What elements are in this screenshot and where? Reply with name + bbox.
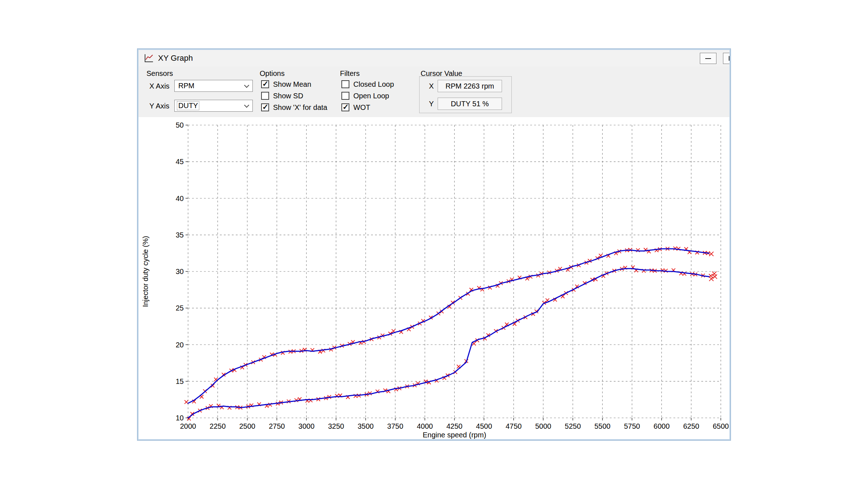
cursor-y-value[interactable]: DUTY 51 % bbox=[438, 98, 502, 110]
minimize-button[interactable] bbox=[700, 53, 716, 64]
checkbox-icon bbox=[341, 103, 349, 111]
checkbox-label: Show SD bbox=[273, 92, 303, 100]
checkbox-label: Show 'X' for data bbox=[273, 103, 327, 112]
x-axis-label: X Axis bbox=[149, 82, 170, 90]
checkbox-label: Closed Loop bbox=[353, 80, 394, 89]
cursor-x-label: X bbox=[429, 82, 434, 90]
svg-text:40: 40 bbox=[176, 194, 184, 202]
y-axis-title: Injector duty cycle (%) bbox=[141, 236, 149, 307]
svg-text:4750: 4750 bbox=[506, 422, 522, 430]
svg-text:2250: 2250 bbox=[210, 422, 226, 430]
svg-text:6250: 6250 bbox=[683, 422, 699, 430]
checkbox-icon bbox=[341, 92, 349, 100]
x-axis-title: Engine speed (rpm) bbox=[423, 431, 486, 439]
desktop: XY Graph Sensors X Axis RPM Y Axis DUTY … bbox=[0, 0, 868, 488]
show-sd-checkbox[interactable]: Show SD bbox=[261, 91, 303, 100]
data-markers bbox=[184, 247, 717, 420]
svg-text:3750: 3750 bbox=[387, 422, 404, 430]
cursor-x-value[interactable]: RPM 2263 rpm bbox=[438, 80, 502, 92]
minimize-icon bbox=[705, 58, 711, 59]
y-axis-label: Y Axis bbox=[149, 102, 169, 110]
maximize-button[interactable] bbox=[723, 53, 731, 64]
closed-loop-checkbox[interactable]: Closed Loop bbox=[341, 80, 394, 89]
svg-text:4000: 4000 bbox=[417, 422, 433, 430]
svg-text:25: 25 bbox=[176, 304, 184, 312]
svg-text:5000: 5000 bbox=[535, 422, 552, 430]
svg-text:3000: 3000 bbox=[298, 422, 315, 430]
cursor-value-frame: X RPM 2263 rpm Y DUTY 51 % bbox=[419, 76, 512, 113]
svg-text:50: 50 bbox=[176, 121, 184, 129]
chart-tick-labels: 2000225025002750300032503500375040004250… bbox=[176, 121, 729, 430]
checkbox-label: Open Loop bbox=[353, 92, 389, 100]
checkbox-label: WOT bbox=[353, 103, 370, 112]
svg-text:30: 30 bbox=[176, 267, 184, 275]
x-axis-select[interactable]: RPM bbox=[174, 80, 253, 92]
svg-text:3500: 3500 bbox=[358, 422, 374, 430]
xy-chart[interactable]: 2000225025002750300032503500375040004250… bbox=[139, 117, 729, 439]
svg-text:2500: 2500 bbox=[239, 422, 255, 430]
checkbox-icon bbox=[261, 103, 269, 111]
cursor-y-label: Y bbox=[429, 100, 434, 108]
show-x-for-data-checkbox[interactable]: Show 'X' for data bbox=[261, 103, 327, 112]
svg-text:3250: 3250 bbox=[328, 422, 344, 430]
svg-text:45: 45 bbox=[176, 158, 184, 166]
svg-text:4250: 4250 bbox=[446, 422, 463, 430]
xy-graph-window: XY Graph Sensors X Axis RPM Y Axis DUTY … bbox=[137, 49, 731, 440]
svg-text:5750: 5750 bbox=[624, 422, 640, 430]
checkbox-icon bbox=[261, 80, 269, 88]
open-loop-checkbox[interactable]: Open Loop bbox=[341, 91, 389, 100]
svg-text:6000: 6000 bbox=[654, 422, 670, 430]
options-group-label: Options bbox=[260, 69, 285, 78]
title-bar[interactable]: XY Graph bbox=[139, 50, 729, 67]
sensors-group-label: Sensors bbox=[146, 69, 173, 78]
y-axis-select[interactable]: DUTY bbox=[174, 100, 253, 112]
svg-text:2750: 2750 bbox=[269, 422, 285, 430]
chevron-down-icon[interactable] bbox=[242, 100, 252, 111]
series-lower-mean bbox=[188, 269, 709, 418]
svg-text:10: 10 bbox=[176, 414, 184, 422]
x-axis-value: RPM bbox=[177, 82, 195, 90]
maximize-icon bbox=[729, 56, 731, 61]
svg-text:20: 20 bbox=[176, 341, 184, 349]
window-title: XY Graph bbox=[158, 53, 193, 63]
svg-text:5500: 5500 bbox=[594, 422, 610, 430]
checkbox-icon bbox=[341, 80, 349, 88]
y-axis-value: DUTY bbox=[177, 102, 199, 110]
svg-text:2000: 2000 bbox=[180, 422, 196, 430]
show-mean-checkbox[interactable]: Show Mean bbox=[261, 80, 311, 89]
series-upper-mean bbox=[188, 249, 709, 403]
wot-checkbox[interactable]: WOT bbox=[341, 103, 370, 112]
filters-group-label: Filters bbox=[340, 69, 359, 78]
chart-grid bbox=[186, 125, 721, 420]
svg-text:15: 15 bbox=[176, 377, 184, 385]
chevron-down-icon[interactable] bbox=[242, 80, 252, 91]
svg-text:5250: 5250 bbox=[565, 422, 581, 430]
app-icon bbox=[144, 53, 154, 63]
chart-panel: 2000225025002750300032503500375040004250… bbox=[139, 117, 729, 439]
svg-text:6500: 6500 bbox=[713, 422, 729, 430]
checkbox-label: Show Mean bbox=[273, 80, 311, 89]
svg-text:35: 35 bbox=[176, 231, 184, 239]
svg-text:4500: 4500 bbox=[476, 422, 492, 430]
checkbox-icon bbox=[261, 92, 269, 100]
toolbar: Sensors X Axis RPM Y Axis DUTY Options S… bbox=[139, 67, 729, 117]
